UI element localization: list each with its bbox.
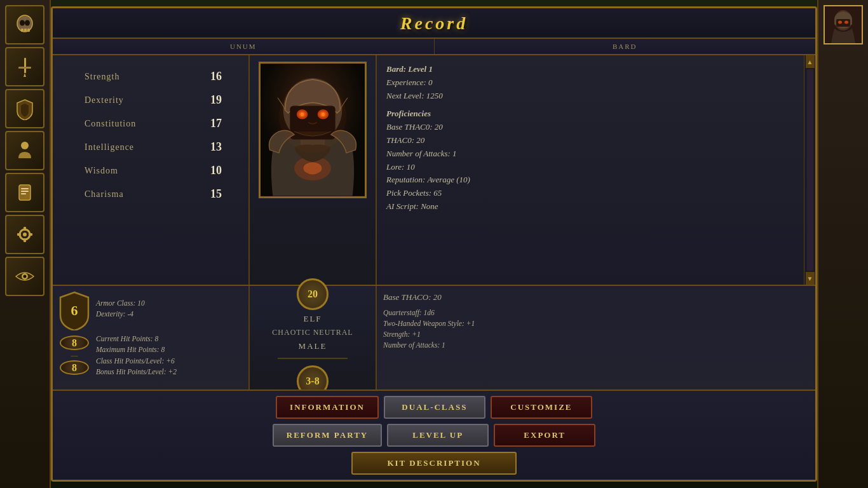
thac0-badge-value: 20 [308,288,318,300]
title-bar: Record [53,8,815,39]
gender-text: MALE [299,341,327,351]
intelligence-label: Intelligence [85,142,134,152]
stat-row-constitution: Constitution 17 [59,112,242,135]
sidebar-left [0,0,51,488]
strength-bonus-line: Strength: +1 [383,329,809,340]
constitution-label: Constitution [85,119,136,129]
experience-line: Experience: 0 [386,76,794,90]
svg-point-26 [844,21,848,24]
info-panel-wrapper: Bard: Level 1 Experience: 0 Next Level: … [377,55,815,285]
char-name-cell: Unum [53,39,435,54]
scroll-track[interactable] [807,69,813,271]
thac0-row: 20 [255,278,370,310]
svg-rect-16 [24,227,26,231]
max-hp-line: Maximum Hit Points: 8 [96,344,243,355]
weapon-attacks-line: Number of Attacks: 1 [383,340,809,351]
svg-point-25 [838,21,842,24]
kit-description-button[interactable]: KIT DESCRIPTION [351,452,517,475]
base-thac0-line: Base THAC0: 20 [386,121,794,134]
svg-rect-10 [19,185,31,200]
level-up-button[interactable]: LEVEL UP [387,424,489,447]
button-row-2: REFORM PARTY LEVEL UP EXPORT [60,424,808,447]
svg-point-21 [24,275,27,278]
svg-rect-12 [21,191,29,192]
armor-shield-badge[interactable]: 6 [58,291,91,330]
dexterity-value: 19 [210,93,229,107]
svg-point-15 [23,233,27,236]
svg-point-2 [25,20,30,26]
button-row-3: KIT DESCRIPTION [60,452,808,475]
stat-row-charisma: Charisma 15 [59,182,242,206]
svg-rect-3 [21,29,24,32]
sidebar-icon-skull[interactable] [5,5,44,44]
strength-value: 16 [210,70,229,83]
info-scrollbar[interactable]: ▲ ▼ [804,55,815,285]
char-name-label: Unum [57,43,430,50]
sidebar-icon-gear[interactable] [5,215,44,254]
armor-class-group: Armor Class: 10 Dexterity: -4 [96,298,243,320]
dexterity-label: Dexterity [85,95,124,105]
proficiencies-label: Proficiencies [386,107,794,121]
svg-rect-5 [27,29,30,32]
dual-class-button[interactable]: DUAL-CLASS [384,396,485,419]
hp-current-badge[interactable]: 8 [60,336,89,350]
armor-class-line: Armor Class: 10 [96,298,243,309]
stat-row-intelligence: Intelligence 13 [59,135,242,159]
current-hp-line: Current Hit Points: 8 [96,334,243,344]
sidebar-icon-scroll[interactable] [5,173,44,212]
bonus-hp-line: Bonus Hit Points/Level: +2 [96,367,243,377]
sidebar-right [817,0,868,488]
svg-rect-19 [29,233,32,236]
sidebar-icon-sword[interactable] [5,47,44,86]
base-thac0-bottom: Base THACO: 20 [383,291,809,304]
char-header: Unum bard [53,39,815,55]
information-button[interactable]: INFORMATION [276,396,379,419]
export-button[interactable]: EXPORT [494,424,595,447]
svg-rect-7 [18,67,31,69]
scroll-down-arrow[interactable]: ▼ [806,272,815,285]
sidebar-icon-shield[interactable] [5,89,44,128]
svg-point-1 [20,20,25,26]
svg-point-9 [21,142,29,149]
bottom-left-stats: Armor Class: 10 Dexterity: -4 Current Hi… [96,291,243,384]
customize-button[interactable]: CUSTOMIZE [491,396,592,419]
hp-badges: 8 — 8 [58,336,91,375]
bottom-right-stats: Base THACO: 20 Quarterstaff: 1d6 Two-Han… [383,291,809,384]
stats-panel: Strength 16 Dexterity 19 Constitution 17… [53,55,250,285]
alignment-text: CHAOTIC NEUTRAL [272,328,353,337]
scroll-up-arrow[interactable]: ▲ [806,55,815,68]
svg-text:6: 6 [71,302,78,318]
weapon-style-line: Two-Handed Weapon Style: +1 [383,318,809,329]
reputation-line: Reputation: Average (10) [386,173,794,187]
constitution-value: 17 [210,117,229,130]
sidebar-icon-person[interactable] [5,131,44,170]
content-area: Strength 16 Dexterity 19 Constitution 17… [53,55,815,285]
svg-rect-18 [17,233,21,236]
bottom-center: 20 ELF CHAOTIC NEUTRAL MALE 3-8 [250,286,377,390]
ai-script-line: AI Script: None [386,200,794,214]
svg-rect-4 [24,29,27,32]
next-level-line: Next Level: 1250 [386,90,794,103]
charisma-value: 15 [210,187,229,201]
stat-row-wisdom: Wisdom 10 [59,159,242,182]
shield-column: 6 8 — 8 [58,291,91,384]
reform-party-button[interactable]: REFORM PARTY [273,424,382,447]
svg-point-38 [304,162,322,174]
hp-separator: — [71,351,78,359]
bottom-left: 6 8 — 8 Armor Class: 10 Dexterity: -4 [53,286,250,390]
sidebar-icon-eye[interactable] [5,257,44,296]
page-title: Record [400,13,468,33]
character-portrait-thumb[interactable] [824,5,863,44]
char-class-label: bard [438,43,812,50]
bottom-section: 6 8 — 8 Armor Class: 10 Dexterity: -4 [53,285,815,390]
bottom-right: Base THACO: 20 Quarterstaff: 1d6 Two-Han… [377,286,815,390]
combat-badge-value: 3-8 [306,376,319,387]
hp-max-badge[interactable]: 8 [60,360,89,375]
charisma-label: Charisma [85,189,124,200]
class-hp-line: Class Hit Points/Level: +6 [96,356,243,367]
thac0-badge[interactable]: 20 [297,278,329,310]
race-text: ELF [303,314,322,324]
strength-label: Strength [85,72,119,82]
wisdom-label: Wisdom [85,166,118,176]
lore-line: Lore: 10 [386,161,794,174]
